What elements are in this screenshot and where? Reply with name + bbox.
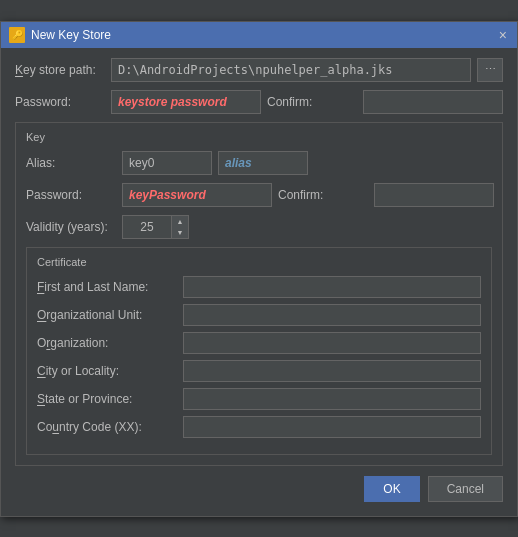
cert-city-label: City or Locality: — [37, 364, 177, 378]
browse-button[interactable]: ⋯ — [477, 58, 503, 82]
cert-state-input[interactable] — [183, 388, 481, 410]
dialog-icon: 🔑 — [9, 27, 25, 43]
cert-org-input[interactable] — [183, 332, 481, 354]
cert-first-last-name-row: First and Last Name: — [37, 276, 481, 298]
cancel-button[interactable]: Cancel — [428, 476, 503, 502]
cert-org-unit-label: Organizational Unit: — [37, 308, 177, 322]
cert-city-input[interactable] — [183, 360, 481, 382]
ok-button[interactable]: OK — [364, 476, 419, 502]
alias-input[interactable] — [122, 151, 212, 175]
alias-placeholder-input[interactable] — [218, 151, 308, 175]
new-key-store-dialog: 🔑 New Key Store × Key store path: ⋯ Pass… — [0, 21, 518, 517]
alias-row: Alias: — [26, 151, 492, 175]
validity-row: Validity (years): ▲ ▼ — [26, 215, 492, 239]
cert-city-row: City or Locality: — [37, 360, 481, 382]
cert-country-row: Country Code (XX): — [37, 416, 481, 438]
cert-state-label: State or Province: — [37, 392, 177, 406]
key-section: Key Alias: Password: Confirm: Validity (… — [15, 122, 503, 466]
cert-first-last-name-input[interactable] — [183, 276, 481, 298]
cert-country-label: Country Code (XX): — [37, 420, 177, 434]
cert-org-unit-input[interactable] — [183, 304, 481, 326]
keystore-path-input[interactable] — [111, 58, 471, 82]
password-label: Password: — [15, 95, 105, 109]
key-password-label: Password: — [26, 188, 116, 202]
key-password-row: Password: Confirm: — [26, 183, 492, 207]
spinner-arrows: ▲ ▼ — [172, 215, 189, 239]
dialog-content: Key store path: ⋯ Password: Confirm: Key… — [1, 48, 517, 516]
certificate-section: Certificate First and Last Name: Organiz… — [26, 247, 492, 455]
spinner-down-button[interactable]: ▼ — [172, 227, 188, 238]
password-row: Password: Confirm: — [15, 90, 503, 114]
cert-first-last-name-label: First and Last Name: — [37, 280, 177, 294]
cert-org-label: Organization: — [37, 336, 177, 350]
key-section-title: Key — [26, 131, 492, 143]
key-password-input[interactable] — [122, 183, 272, 207]
dialog-title: New Key Store — [31, 28, 491, 42]
cert-org-row: Organization: — [37, 332, 481, 354]
cert-org-unit-row: Organizational Unit: — [37, 304, 481, 326]
spinner-up-button[interactable]: ▲ — [172, 216, 188, 227]
validity-label: Validity (years): — [26, 220, 116, 234]
cert-state-row: State or Province: — [37, 388, 481, 410]
certificate-title: Certificate — [37, 256, 481, 268]
confirm-password-input[interactable] — [363, 90, 503, 114]
password-input[interactable] — [111, 90, 261, 114]
cert-country-input[interactable] — [183, 416, 481, 438]
button-row: OK Cancel — [15, 476, 503, 502]
key-confirm-password-input[interactable] — [374, 183, 494, 207]
confirm-label: Confirm: — [267, 95, 357, 109]
validity-spinner: ▲ ▼ — [122, 215, 189, 239]
key-confirm-label: Confirm: — [278, 188, 368, 202]
keystore-path-label: Key store path: — [15, 63, 105, 77]
close-button[interactable]: × — [497, 28, 509, 42]
keystore-path-row: Key store path: ⋯ — [15, 58, 503, 82]
title-bar: 🔑 New Key Store × — [1, 22, 517, 48]
validity-input[interactable] — [122, 215, 172, 239]
alias-label: Alias: — [26, 156, 116, 170]
